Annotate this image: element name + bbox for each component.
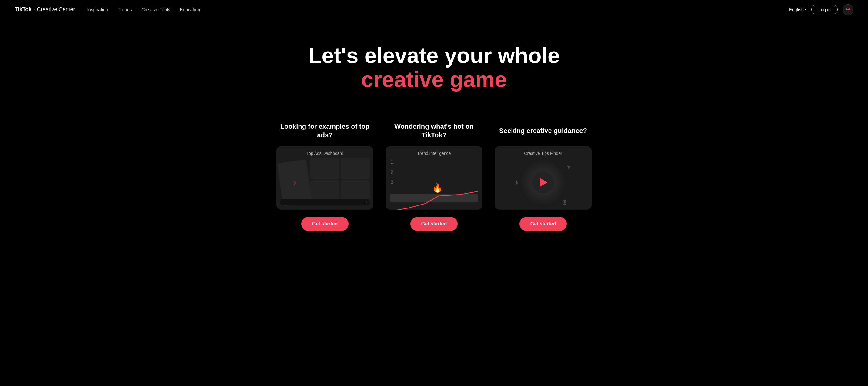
hero-section: Let's elevate your whole creative game [0,20,868,110]
fire-icon: 🔥 [432,183,443,193]
play-icon [540,178,547,187]
nav-left: TikTok·Creative Center Inspiration Trend… [14,6,200,13]
card-creative-tips-cta[interactable]: Get started [520,217,567,231]
card-creative-tips-image: Creative Tips Finder ♪ [495,146,592,210]
card-top-ads: Looking for examples of top ads? Top Ads… [276,122,373,231]
plus-button[interactable] [842,4,854,15]
hero-line1: Let's elevate your whole [308,43,559,68]
vinyl-inner-circle [532,171,554,193]
hero-heading: Let's elevate your whole creative game [12,44,856,92]
hero-line2: creative game [12,68,856,92]
plus-icon [845,7,851,13]
card-top-ads-heading: Looking for examples of top ads? [276,122,373,140]
card1-tile-3 [341,158,370,179]
document-icon [562,200,567,206]
trend-numbers: 1 2 3 [390,158,475,186]
language-selector[interactable]: English ▾ [789,7,806,12]
navbar: TikTok·Creative Center Inspiration Trend… [0,0,868,20]
card-trend-heading: Wondering what's hot on TikTok? [385,122,483,140]
card-creative-tips: Seeking creative guidance? Creative Tips… [495,122,592,231]
card-trend-cta[interactable]: Get started [410,217,458,231]
nav-right: English ▾ Log in [789,4,854,15]
chevron-down-icon: ▾ [805,8,806,11]
card-trend-image: Trend Intelligence 1 2 3 🔥 [385,146,483,210]
logo-creative-center-text: Creative Center [37,6,75,13]
trend-chart-area: 🔥 [390,186,478,210]
logo-separator: · [33,6,35,13]
wifi-icon [566,164,571,171]
trend-rank-1: 1 [390,158,475,165]
svg-point-1 [568,168,569,169]
card-trend: Wondering what's hot on TikTok? Trend In… [385,122,483,231]
tiktok-note-icon: ♪ [292,178,297,188]
cards-section: Looking for examples of top ads? Top Ads… [0,110,868,249]
logo: TikTok·Creative Center [14,6,75,13]
card1-tile-4 [310,180,339,201]
card-creative-tips-label: Creative Tips Finder [524,151,562,156]
card-top-ads-label: Top Ads Dashboard [306,151,343,156]
card-top-ads-cta[interactable]: Get started [301,217,348,231]
card1-searchbar: ⌕ [280,199,370,205]
language-label: English [789,7,804,12]
nav-link-inspiration[interactable]: Inspiration [87,7,108,12]
nav-link-trends[interactable]: Trends [118,7,132,12]
logo-tiktok-text: TikTok [14,6,32,13]
nav-links: Inspiration Trends Creative Tools Educat… [87,7,200,12]
card1-tile-5 [341,180,370,201]
nav-link-education[interactable]: Education [180,7,200,12]
card-trend-label: Trend Intelligence [417,151,451,156]
vinyl-record: ♪ [519,158,567,206]
card1-tile-2 [310,158,339,179]
vinyl-outer-ring [519,158,567,206]
nav-link-creative-tools[interactable]: Creative Tools [142,7,170,12]
card-top-ads-image: Top Ads Dashboard ♪ ⌕ [276,146,373,210]
card-creative-tips-heading: Seeking creative guidance? [499,122,587,140]
login-button[interactable]: Log in [811,5,838,14]
music-note-icon: ♪ [515,178,518,187]
search-icon: ⌕ [365,200,367,204]
trend-rank-2: 2 [390,168,475,175]
